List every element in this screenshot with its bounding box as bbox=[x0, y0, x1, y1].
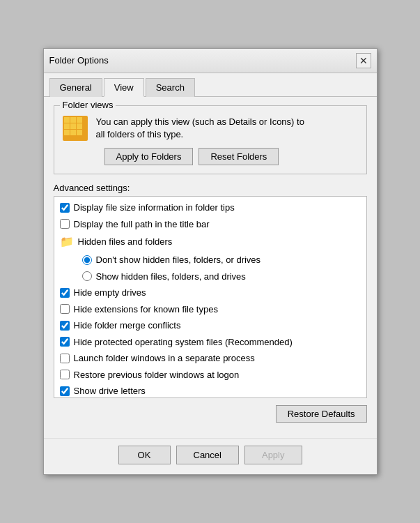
folder-views-buttons: Apply to Folders Reset Folders bbox=[104, 148, 358, 165]
advanced-settings-label: Advanced settings: bbox=[54, 183, 367, 193]
setting-label: Hide protected operating system files (R… bbox=[74, 335, 293, 349]
folder-icon-small: 📁 bbox=[60, 234, 74, 250]
folder-options-dialog: Folder Options ✕ General View Search Fol… bbox=[43, 48, 378, 475]
folder-views-group: Folder views You can apply this view (su… bbox=[54, 105, 367, 174]
folder-views-inner: You can apply this view (such as Details… bbox=[63, 116, 358, 141]
folder-views-desc-line1: You can apply this view (such as Details… bbox=[96, 116, 304, 127]
radio-dont-show-hidden[interactable] bbox=[82, 255, 92, 265]
setting-label: Restore previous folder windows at logon bbox=[74, 368, 240, 382]
list-item: Launch folder windows in a separate proc… bbox=[54, 350, 366, 367]
ok-button[interactable]: OK bbox=[118, 446, 171, 464]
restore-defaults-row: Restore Defaults bbox=[54, 405, 367, 423]
restore-defaults-button[interactable]: Restore Defaults bbox=[276, 405, 367, 423]
setting-label: Hide extensions for known file types bbox=[74, 303, 218, 317]
cancel-button[interactable]: Cancel bbox=[176, 446, 239, 464]
setting-label: Display file size information in folder … bbox=[74, 201, 235, 215]
checkbox-hide-extensions[interactable] bbox=[60, 304, 70, 314]
list-item: Hide protected operating system files (R… bbox=[54, 334, 366, 351]
advanced-settings-box[interactable]: Display file size information in folder … bbox=[54, 196, 367, 398]
list-item: Hide extensions for known file types bbox=[54, 301, 366, 318]
setting-label: Don't show hidden files, folders, or dri… bbox=[96, 253, 261, 267]
list-item: Display the full path in the title bar bbox=[54, 216, 366, 233]
tabs-container: General View Search bbox=[44, 73, 377, 97]
radio-show-hidden[interactable] bbox=[82, 271, 92, 281]
checkbox-launch-separate[interactable] bbox=[60, 354, 70, 363]
folder-views-description: You can apply this view (such as Details… bbox=[96, 116, 358, 141]
tab-view[interactable]: View bbox=[104, 78, 144, 97]
list-item: Hide folder merge conflicts bbox=[54, 317, 366, 334]
setting-label: Launch folder windows in a separate proc… bbox=[74, 351, 255, 365]
checkbox-display-fullpath[interactable] bbox=[60, 219, 70, 229]
checkbox-hide-protected[interactable] bbox=[60, 337, 70, 347]
list-item: Show hidden files, folders, and drives bbox=[54, 268, 366, 285]
close-button[interactable]: ✕ bbox=[356, 53, 371, 68]
list-item: 📁 Hidden files and folders bbox=[54, 232, 366, 252]
tab-search[interactable]: Search bbox=[146, 78, 195, 97]
setting-label: Show drive letters bbox=[74, 384, 146, 398]
setting-label: Hide folder merge conflicts bbox=[74, 319, 181, 333]
checkbox-hide-folder-merge[interactable] bbox=[60, 321, 70, 331]
checkbox-hide-empty-drives[interactable] bbox=[60, 288, 70, 298]
checkbox-restore-previous[interactable] bbox=[60, 370, 70, 379]
list-item: Don't show hidden files, folders, or dri… bbox=[54, 252, 366, 268]
setting-label: Hide empty drives bbox=[74, 286, 146, 300]
folder-views-title: Folder views bbox=[60, 100, 116, 110]
reset-folders-button[interactable]: Reset Folders bbox=[199, 148, 279, 165]
list-item: Display file size information in folder … bbox=[54, 199, 366, 216]
list-item: Restore previous folder windows at logon bbox=[54, 367, 366, 384]
dialog-footer: OK Cancel Apply bbox=[44, 438, 377, 474]
checkbox-show-drive-letters[interactable] bbox=[60, 386, 70, 396]
tab-content: Folder views You can apply this view (su… bbox=[44, 97, 377, 438]
setting-label: Hidden files and folders bbox=[78, 235, 173, 249]
setting-label: Show hidden files, folders, and drives bbox=[96, 270, 246, 284]
apply-button[interactable]: Apply bbox=[244, 446, 302, 464]
folder-icon bbox=[63, 116, 88, 141]
title-bar: Folder Options ✕ bbox=[44, 49, 377, 73]
list-item: Hide empty drives bbox=[54, 285, 366, 301]
checkbox-display-filesize[interactable] bbox=[60, 203, 70, 213]
setting-label: Display the full path in the title bar bbox=[74, 218, 210, 232]
list-item: Show drive letters bbox=[54, 383, 366, 398]
folder-views-desc-line2: all folders of this type. bbox=[96, 129, 184, 139]
apply-to-folders-button[interactable]: Apply to Folders bbox=[104, 148, 194, 165]
dialog-title: Folder Options bbox=[49, 55, 109, 66]
tab-general[interactable]: General bbox=[49, 78, 102, 97]
